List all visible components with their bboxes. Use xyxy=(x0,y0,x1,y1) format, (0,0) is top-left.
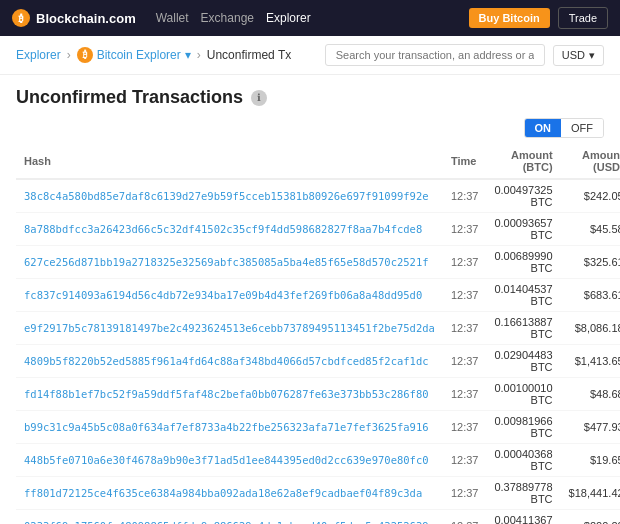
tx-hash-cell: fc837c914093a6194d56c4db72e934ba17e09b4d… xyxy=(16,279,443,312)
tx-usd-cell: $683.61 xyxy=(561,279,620,312)
tx-time-cell: 12:37 xyxy=(443,477,487,510)
tx-usd-cell: $325.61 xyxy=(561,246,620,279)
tx-usd-cell: $45.58 xyxy=(561,213,620,246)
breadcrumb-bar: Explorer › ₿ Bitcoin Explorer ▾ › Unconf… xyxy=(0,36,620,75)
currency-label: USD xyxy=(562,49,585,61)
tx-btc-cell: 0.00689990 BTC xyxy=(486,246,560,279)
buy-bitcoin-button[interactable]: Buy Bitcoin xyxy=(469,8,550,28)
breadcrumb-sep-1: › xyxy=(67,48,71,62)
tx-time-cell: 12:37 xyxy=(443,312,487,345)
header-hash: Hash xyxy=(16,144,443,179)
transaction-table: Hash Time Amount (BTC) Amount (USD) 38c8… xyxy=(16,144,620,524)
header-amount-usd: Amount (USD) xyxy=(561,144,620,179)
tx-time-cell: 12:37 xyxy=(443,411,487,444)
table-row: b99c31c9a45b5c08a0f634af7ef8733a4b22fbe2… xyxy=(16,411,620,444)
table-row: 4809b5f8220b52ed5885f961a4fd64c88af348bd… xyxy=(16,345,620,378)
table-row: fc837c914093a6194d56c4db72e934ba17e09b4d… xyxy=(16,279,620,312)
tx-hash-cell: b99c31c9a45b5c08a0f634af7ef8733a4b22fbe2… xyxy=(16,411,443,444)
tx-hash-link[interactable]: 0233f69c17560fa48098865dffda9e886629e4dc… xyxy=(24,520,429,524)
page-content: Unconfirmed Transactions ℹ ON OFF Hash T… xyxy=(0,75,620,524)
table-row: 8a788bdfcc3a26423d66c5c32df41502c35cf9f4… xyxy=(16,213,620,246)
tx-hash-link[interactable]: e9f2917b5c78139181497be2c4923624513e6ceb… xyxy=(24,322,435,334)
breadcrumb-chevron: ▾ xyxy=(185,48,191,62)
table-header: Hash Time Amount (BTC) Amount (USD) xyxy=(16,144,620,179)
nav-exchange[interactable]: Exchange xyxy=(201,11,254,25)
table-row: 627ce256d871bb19a2718325e32569abfc385085… xyxy=(16,246,620,279)
trade-button[interactable]: Trade xyxy=(558,7,608,29)
tx-time-cell: 12:37 xyxy=(443,345,487,378)
tx-btc-cell: 0.16613887 BTC xyxy=(486,312,560,345)
tx-hash-link[interactable]: 448b5fe0710a6e30f4678a9b90e3f71ad5d1ee84… xyxy=(24,454,429,466)
breadcrumb-bitcoin[interactable]: ₿ Bitcoin Explorer ▾ xyxy=(77,47,191,63)
tx-btc-cell: 0.00093657 BTC xyxy=(486,213,560,246)
tx-hash-cell: 448b5fe0710a6e30f4678a9b90e3f71ad5d1ee84… xyxy=(16,444,443,477)
navbar: ₿ Blockchain.com Wallet Exchange Explore… xyxy=(0,0,620,36)
tx-hash-cell: fd14f88b1ef7bc52f9a59ddf5faf48c2befa0bb0… xyxy=(16,378,443,411)
tx-hash-cell: ff801d72125ce4f635ce6384a984bba092ada18e… xyxy=(16,477,443,510)
tx-hash-link[interactable]: 38c8c4a580bd85e7daf8c6139d27e9b59f5cceb1… xyxy=(24,190,429,202)
search-input[interactable] xyxy=(325,44,545,66)
tx-hash-cell: 627ce256d871bb19a2718325e32569abfc385085… xyxy=(16,246,443,279)
tx-btc-cell: 0.00411367 BTC xyxy=(486,510,560,525)
tx-hash-link[interactable]: fd14f88b1ef7bc52f9a59ddf5faf48c2befa0bb0… xyxy=(24,388,429,400)
tx-usd-cell: $19.65 xyxy=(561,444,620,477)
tx-usd-cell: $242.05 xyxy=(561,179,620,213)
toggle-on-button[interactable]: ON xyxy=(525,119,562,137)
tx-btc-cell: 0.00040368 BTC xyxy=(486,444,560,477)
tx-usd-cell: $8,086.18 xyxy=(561,312,620,345)
tx-usd-cell: $477.93 xyxy=(561,411,620,444)
tx-hash-link[interactable]: fc837c914093a6194d56c4db72e934ba17e09b4d… xyxy=(24,289,422,301)
tx-time-cell: 12:37 xyxy=(443,510,487,525)
currency-chevron: ▾ xyxy=(589,49,595,62)
tx-hash-cell: 0233f69c17560fa48098865dffda9e886629e4dc… xyxy=(16,510,443,525)
tx-btc-cell: 0.00981966 BTC xyxy=(486,411,560,444)
table-row: fd14f88b1ef7bc52f9a59ddf5faf48c2befa0bb0… xyxy=(16,378,620,411)
tx-time-cell: 12:37 xyxy=(443,378,487,411)
tx-hash-link[interactable]: 627ce256d871bb19a2718325e32569abfc385085… xyxy=(24,256,429,268)
tx-hash-cell: e9f2917b5c78139181497be2c4923624513e6ceb… xyxy=(16,312,443,345)
page-header: Unconfirmed Transactions ℹ xyxy=(16,87,604,108)
toggle-off-button[interactable]: OFF xyxy=(561,119,603,137)
breadcrumb-explorer[interactable]: Explorer xyxy=(16,48,61,62)
tx-hash-cell: 8a788bdfcc3a26423d66c5c32df41502c35cf9f4… xyxy=(16,213,443,246)
tx-time-cell: 12:37 xyxy=(443,444,487,477)
tx-btc-cell: 0.37889778 BTC xyxy=(486,477,560,510)
tx-time-cell: 12:37 xyxy=(443,246,487,279)
header-amount-btc: Amount (BTC) xyxy=(486,144,560,179)
navbar-right: Buy Bitcoin Trade xyxy=(469,7,608,29)
tx-btc-cell: 0.00100010 BTC xyxy=(486,378,560,411)
table-body: 38c8c4a580bd85e7daf8c6139d27e9b59f5cceb1… xyxy=(16,179,620,524)
tx-usd-cell: $200.22 xyxy=(561,510,620,525)
toggle-row: ON OFF xyxy=(16,118,604,138)
breadcrumb-bitcoin-label: Bitcoin Explorer xyxy=(97,48,181,62)
tx-btc-cell: 0.02904483 BTC xyxy=(486,345,560,378)
tx-hash-link[interactable]: 4809b5f8220b52ed5885f961a4fd64c88af348bd… xyxy=(24,355,429,367)
info-icon[interactable]: ℹ xyxy=(251,90,267,106)
tx-btc-cell: 0.01404537 BTC xyxy=(486,279,560,312)
brand: ₿ Blockchain.com xyxy=(12,9,136,27)
nav-explorer[interactable]: Explorer xyxy=(266,11,311,25)
tx-usd-cell: $1,413.65 xyxy=(561,345,620,378)
header-time: Time xyxy=(443,144,487,179)
tx-hash-cell: 4809b5f8220b52ed5885f961a4fd64c88af348bd… xyxy=(16,345,443,378)
nav-wallet[interactable]: Wallet xyxy=(156,11,189,25)
tx-btc-cell: 0.00497325 BTC xyxy=(486,179,560,213)
tx-time-cell: 12:37 xyxy=(443,213,487,246)
tx-usd-cell: $18,441.42 xyxy=(561,477,620,510)
logo-icon: ₿ xyxy=(12,9,30,27)
tx-hash-cell: 38c8c4a580bd85e7daf8c6139d27e9b59f5cceb1… xyxy=(16,179,443,213)
table-row: e9f2917b5c78139181497be2c4923624513e6ceb… xyxy=(16,312,620,345)
page-title: Unconfirmed Transactions xyxy=(16,87,243,108)
breadcrumb-sep-2: › xyxy=(197,48,201,62)
currency-selector[interactable]: USD ▾ xyxy=(553,45,604,66)
table-row: ff801d72125ce4f635ce6384a984bba092ada18e… xyxy=(16,477,620,510)
tx-hash-link[interactable]: ff801d72125ce4f635ce6384a984bba092ada18e… xyxy=(24,487,422,499)
breadcrumb-current: Unconfirmed Tx xyxy=(207,48,291,62)
table-row: 448b5fe0710a6e30f4678a9b90e3f71ad5d1ee84… xyxy=(16,444,620,477)
tx-usd-cell: $48.68 xyxy=(561,378,620,411)
tx-hash-link[interactable]: 8a788bdfcc3a26423d66c5c32df41502c35cf9f4… xyxy=(24,223,422,235)
brand-name: Blockchain.com xyxy=(36,11,136,26)
table-row: 38c8c4a580bd85e7daf8c6139d27e9b59f5cceb1… xyxy=(16,179,620,213)
tx-hash-link[interactable]: b99c31c9a45b5c08a0f634af7ef8733a4b22fbe2… xyxy=(24,421,429,433)
toggle-switch: ON OFF xyxy=(524,118,605,138)
